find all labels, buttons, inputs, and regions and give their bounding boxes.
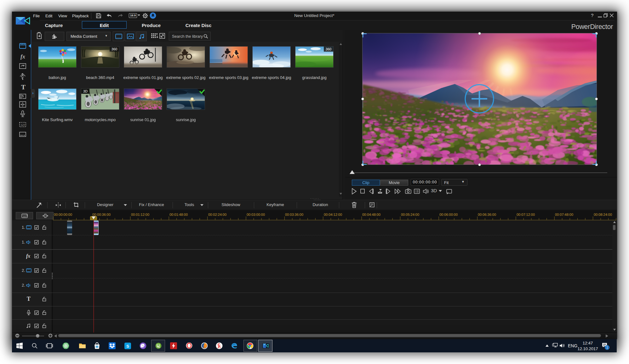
svg-text:123: 123 — [20, 123, 25, 126]
svg-text:S: S — [126, 344, 129, 349]
